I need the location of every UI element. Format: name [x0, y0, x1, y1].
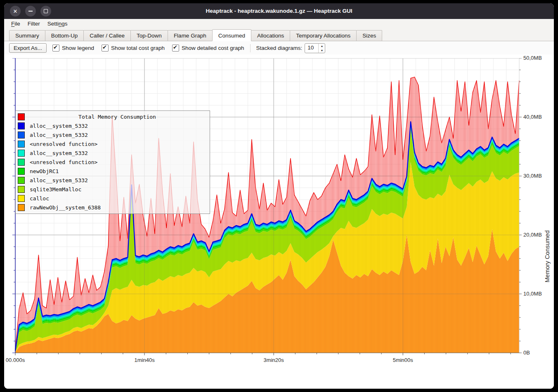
checkbox-label: Show detailed cost graph	[182, 45, 244, 51]
x-tick-label: 00.000s	[6, 357, 25, 363]
chart-legend: Total Memory Consumptionalloc__system_53…	[15, 110, 210, 214]
legend-entry: sqlite3MemMalloc	[16, 185, 210, 194]
menu-item-file[interactable]: File	[7, 19, 24, 29]
title-bar: ✕ Heaptrack - heaptrack.wakunode.1.gz — …	[4, 3, 554, 19]
y-tick-label: 50,0MB	[523, 55, 542, 61]
y-tick-label: 20,0MB	[523, 232, 542, 238]
menu-bar: FileFilterSettings	[4, 19, 554, 29]
tab-caller-callee[interactable]: Caller / Callee	[83, 30, 131, 41]
legend-swatch	[18, 122, 25, 129]
legend-swatch	[18, 186, 25, 193]
tab-consumed[interactable]: Consumed	[212, 29, 251, 41]
window-title: Heaptrack - heaptrack.wakunode.1.gz — He…	[4, 3, 554, 19]
checkbox-label: Show legend	[62, 45, 94, 51]
legend-entry: <unresolved function>	[16, 139, 210, 148]
legend-entry: alloc__system_5332	[16, 130, 210, 139]
spinner-up-arrow[interactable]: ▲	[319, 44, 325, 48]
legend-entry-label: calloc	[30, 195, 49, 202]
legend-entry: calloc	[16, 194, 210, 203]
legend-entry: newObjRC1	[16, 167, 210, 176]
tab-sizes[interactable]: Sizes	[356, 30, 382, 41]
tab-bottom-up[interactable]: Bottom-Up	[45, 30, 84, 41]
y-axis-title: Memory Consumed	[544, 213, 551, 300]
checkbox-label: Show total cost graph	[111, 45, 165, 51]
legend-entry-label: <unresolved function>	[30, 141, 97, 147]
x-tick-label: 1min40s	[134, 357, 154, 363]
y-tick-label: 10,0MB	[523, 291, 542, 297]
spinner-down-arrow[interactable]: ▼	[319, 48, 325, 53]
toolbar-separator	[250, 44, 251, 52]
legend-swatch	[18, 131, 25, 138]
y-tick-label: 30,0MB	[523, 173, 542, 179]
legend-entry: alloc__system_5332	[16, 176, 210, 185]
x-tick-label: 3min20s	[264, 357, 284, 363]
legend-title: Total Memory Consumption	[25, 114, 210, 120]
checkmark-icon	[172, 45, 179, 52]
legend-entry-label: alloc__system_5332	[30, 132, 88, 138]
legend-entry-label: rawNewObj__system_6388	[30, 204, 101, 211]
legend-swatch	[18, 113, 25, 120]
legend-entry-label: <unresolved function>	[30, 159, 97, 165]
stacked-diagrams-label: Stacked diagrams:	[256, 45, 303, 51]
legend-entry: rawNewObj__system_6388	[16, 203, 210, 212]
export-as-button[interactable]: Export As...	[9, 43, 47, 53]
legend-swatch	[18, 195, 25, 202]
legend-entry-label: alloc__system_5332	[30, 123, 88, 129]
legend-entry: alloc__system_5332	[16, 148, 210, 157]
x-tick-label: 5min00s	[393, 357, 413, 363]
legend-swatch	[18, 168, 25, 175]
y-tick-label: 0B	[523, 350, 530, 356]
tab-top-down[interactable]: Top-Down	[130, 30, 168, 41]
legend-swatch	[18, 150, 25, 157]
toolbar-checkboxes: Show legendShow total cost graphShow det…	[52, 45, 244, 52]
legend-entry-label: alloc__system_5332	[30, 177, 88, 183]
legend-entry: <unresolved function>	[16, 157, 210, 167]
legend-entry-label: newObjRC1	[30, 168, 59, 174]
chart-region: Total Memory Consumptionalloc__system_53…	[4, 54, 554, 389]
tab-flame-graph[interactable]: Flame Graph	[168, 30, 213, 41]
legend-entry: alloc__system_5332	[16, 121, 210, 130]
checkmark-icon	[102, 45, 109, 52]
legend-entry-label: alloc__system_5332	[30, 150, 88, 156]
stacked-diagrams-value: 10	[305, 44, 318, 53]
toolbar: Export As... Show legendShow total cost …	[4, 41, 554, 55]
tab-bar: SummaryBottom-UpCaller / CalleeTop-DownF…	[4, 29, 554, 41]
legend-entry-label: sqlite3MemMalloc	[30, 186, 81, 192]
checkbox-show-detailed-cost-graph[interactable]: Show detailed cost graph	[172, 45, 244, 52]
menu-item-settings[interactable]: Settings	[44, 19, 71, 29]
stacked-diagrams-spinner[interactable]: 10 ▲ ▼	[305, 43, 325, 53]
checkmark-icon	[52, 45, 59, 52]
checkbox-show-legend[interactable]: Show legend	[52, 45, 94, 52]
y-tick-label: 40,0MB	[523, 114, 542, 120]
tab-allocations[interactable]: Allocations	[251, 30, 290, 41]
legend-swatch	[18, 141, 25, 148]
heaptrack-window: ✕ Heaptrack - heaptrack.wakunode.1.gz — …	[4, 3, 554, 389]
legend-swatch	[18, 177, 25, 184]
legend-title-row: Total Memory Consumption	[16, 112, 210, 121]
tab-summary[interactable]: Summary	[9, 30, 45, 41]
legend-swatch	[18, 204, 25, 211]
checkbox-show-total-cost-graph[interactable]: Show total cost graph	[102, 45, 165, 52]
tab-temporary-allocations[interactable]: Temporary Allocations	[290, 30, 357, 41]
legend-swatch	[18, 159, 25, 166]
menu-item-filter[interactable]: Filter	[24, 19, 44, 29]
